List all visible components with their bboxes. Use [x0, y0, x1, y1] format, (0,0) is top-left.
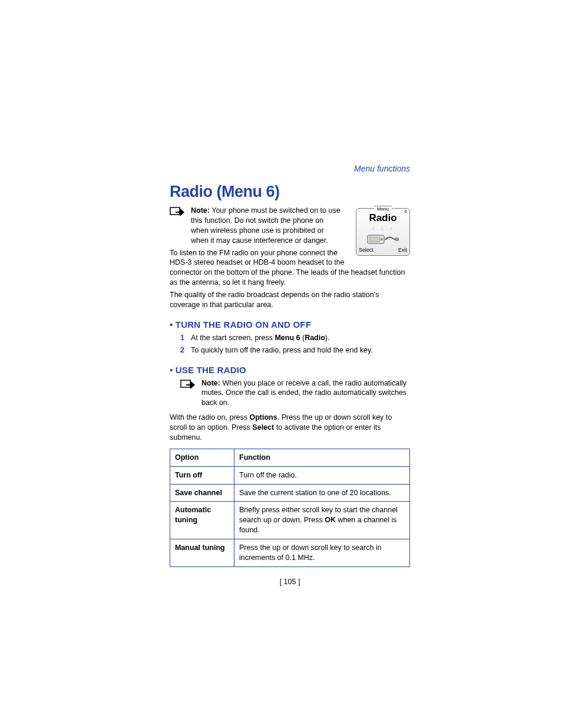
options-table: Option Function Turn off Turn off the ra…	[170, 449, 410, 567]
note-label: Note:	[191, 206, 210, 215]
step-2: 2 To quickly turn off the radio, press a…	[180, 345, 410, 355]
radio-icon	[359, 232, 407, 245]
step-bold: Radio	[305, 334, 325, 342]
steps-list-1: 1 At the start screen, press Menu 6 (Rad…	[180, 333, 410, 355]
phone-softkeys: Select Exit	[359, 247, 407, 253]
option-function: Save the current station to one of 20 lo…	[234, 484, 410, 502]
phone-right-softkey: Exit	[398, 247, 407, 253]
table-row: Manual tuning Press the up or down scrol…	[170, 539, 410, 567]
note-body: When you place or receive a call, the ra…	[201, 379, 406, 407]
document-page: Menu functions Radio (Menu 6) Menu 6 Rad…	[170, 164, 410, 586]
phone-menu-number: 6	[405, 209, 407, 214]
note-block-2: Note: When you place or receive a call, …	[180, 378, 410, 409]
note-icon	[180, 380, 196, 393]
step-text: To quickly turn off the radio, press and…	[191, 346, 373, 354]
svg-point-3	[395, 238, 399, 241]
phone-screenshot: Menu 6 Radio ♪ ♫ ♪ Select Exit	[356, 208, 410, 256]
step-number: 2	[180, 345, 184, 355]
phone-left-softkey: Select	[359, 247, 373, 253]
section-heading-1: TURN THE RADIO ON AND OFF	[170, 319, 410, 330]
note-body: Your phone must be switched on to use th…	[191, 206, 340, 245]
table-header-function: Function	[234, 449, 410, 466]
phone-app-title: Radio	[359, 212, 407, 224]
page-number: [ 105 ]	[170, 578, 410, 586]
phone-display: Menu 6 Radio ♪ ♫ ♪ Select Exit	[356, 208, 410, 256]
breadcrumb: Menu functions	[170, 164, 410, 173]
page-title: Radio (Menu 6)	[170, 183, 410, 201]
svg-rect-1	[369, 237, 380, 242]
cell-text: Save the current station to one of 20 lo…	[239, 489, 391, 497]
step-text: (	[300, 334, 305, 342]
option-function: Turn off the radio.	[234, 466, 410, 484]
option-function: Briefly press either scroll key to start…	[234, 502, 410, 539]
music-notes-icon: ♪ ♫ ♪	[359, 225, 407, 231]
paragraph-2: The quality of the radio broadcast depen…	[170, 290, 410, 310]
cell-text: Press the up or down scroll key to searc…	[239, 543, 382, 562]
table-header-option: Option	[170, 449, 234, 466]
note-label: Note:	[201, 379, 220, 387]
paragraph-3: With the radio on, press Options. Press …	[170, 413, 410, 443]
step-1: 1 At the start screen, press Menu 6 (Rad…	[180, 333, 410, 343]
note-text-1: Note: Your phone must be switched on to …	[191, 206, 342, 246]
note-block-1: Note: Your phone must be switched on to …	[170, 206, 342, 246]
note-text-2: Note: When you place or receive a call, …	[201, 378, 410, 409]
step-text: At the start screen, press	[191, 334, 275, 342]
svg-rect-7	[181, 380, 190, 387]
cell-bold: OK	[325, 516, 336, 524]
option-function: Press the up or down scroll key to searc…	[234, 539, 410, 567]
cell-text: Turn off the radio.	[239, 471, 297, 479]
option-name: Automatic tuning	[170, 502, 234, 539]
note-icon	[170, 207, 185, 220]
svg-marker-8	[190, 381, 195, 389]
para-bold: Options	[249, 413, 277, 421]
option-name: Save channel	[170, 484, 234, 502]
svg-marker-5	[180, 208, 184, 216]
step-bold: Menu 6	[275, 334, 300, 342]
para-text: With the radio on, press	[170, 413, 249, 421]
svg-point-2	[381, 238, 383, 241]
table-row: Automatic tuning Briefly press either sc…	[170, 502, 410, 539]
option-name: Manual tuning	[170, 539, 234, 567]
table-header-row: Option Function	[170, 449, 410, 466]
option-name: Turn off	[170, 466, 234, 484]
para-bold: Select	[252, 423, 274, 431]
table-row: Turn off Turn off the radio.	[170, 466, 410, 484]
svg-rect-4	[170, 207, 180, 215]
step-number: 1	[180, 333, 184, 343]
table-row: Save channel Save the current station to…	[170, 484, 410, 502]
phone-menu-label: Menu	[374, 206, 392, 212]
step-text: ).	[325, 334, 330, 342]
section-heading-2: USE THE RADIO	[170, 365, 410, 375]
